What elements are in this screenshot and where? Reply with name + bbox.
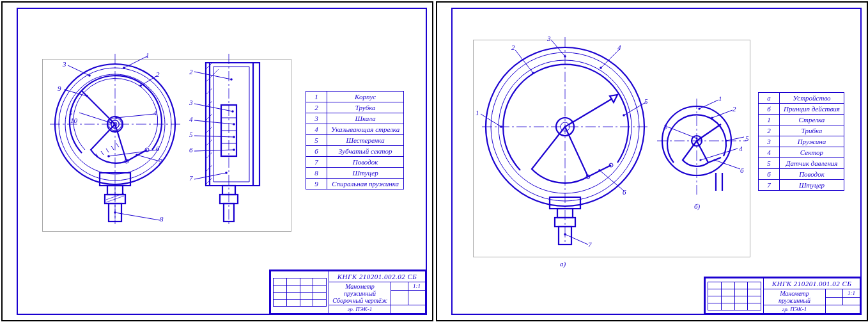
callout-b: 3 [663,123,667,131]
fig-label-b: б) [694,202,700,210]
part-name: Корпус [327,92,404,102]
svg-point-25 [88,74,91,77]
svg-line-101 [697,124,721,141]
svg-point-110 [699,159,701,161]
callout-b: 5 [745,134,749,142]
callout-side: 2 [189,68,193,76]
svg-point-106 [711,117,713,118]
svg-line-103 [699,100,718,109]
svg-line-107 [667,127,697,138]
callout-side: 5 [189,131,193,138]
svg-line-32 [137,155,160,161]
view-a [476,37,655,268]
callout-b: 1 [718,95,722,102]
callout-8: 8 [160,215,164,223]
svg-point-96 [564,233,566,236]
svg-line-20 [124,56,147,68]
svg-point-94 [598,169,601,172]
svg-point-88 [564,55,566,58]
callout: 4 [153,109,157,117]
tb-title1: Манометр пружинный [779,290,810,304]
parts-list: аУстройство бПринцип действия 1Стрелка 2… [758,92,844,191]
svg-point-63 [233,136,235,138]
svg-line-93 [600,170,624,191]
svg-point-29 [115,117,118,119]
svg-line-95 [565,234,588,245]
svg-point-114 [713,159,715,161]
svg-line-56 [194,72,231,79]
callout-b: 6 [740,166,744,174]
parts-list: 1Корпус 2Трубка 3Шкала 4Указывающая стре… [306,91,404,189]
sheet-1: 1 2 3 4 5 6 7 9 10 8 2 3 4 5 6 7 1Корпус… [1,1,433,321]
tb-scale: 1:1 [843,289,860,298]
callout: 1 [146,51,150,59]
svg-point-61 [233,123,235,125]
svg-line-75 [565,99,612,127]
svg-point-84 [500,125,502,128]
callout: 4 [617,44,621,51]
svg-line-36 [79,113,111,123]
svg-point-57 [230,78,233,81]
callout: 2 [156,70,160,78]
part-num: 1 [306,92,327,102]
tb-code: КНГК 210201.001.02 СБ [764,278,860,289]
svg-line-60 [194,120,234,124]
tb-title2: Сборочный чертёж [332,297,387,304]
svg-line-24 [68,65,89,76]
svg-point-90 [600,67,602,69]
callout-side: 6 [189,146,193,154]
svg-marker-76 [610,95,617,102]
callout-side: 3 [189,99,193,106]
svg-point-104 [698,108,700,109]
side-view [190,54,280,246]
callout-b: 2 [732,105,736,113]
svg-point-112 [725,140,727,141]
svg-point-27 [86,95,88,97]
svg-point-86 [532,72,534,74]
title-block: КНГК 210201.001.02 СБ Манометр пружинный… [704,277,860,314]
front-view [45,54,185,246]
callout: 7 [159,157,162,165]
callout-side: 4 [189,115,193,123]
callout: 2 [511,44,515,51]
svg-point-92 [623,114,625,117]
svg-point-35 [114,211,116,214]
drawing-frame: 1 2 3 4 5 6 7 9 10 8 2 3 4 5 6 7 1Корпус… [17,8,427,315]
svg-line-30 [109,150,157,156]
svg-line-111 [726,137,744,141]
callout: 1 [476,109,479,117]
svg-point-33 [136,154,138,156]
callout: 3 [63,60,66,68]
callout: 3 [547,35,551,42]
svg-point-37 [110,122,112,124]
svg-line-62 [194,136,234,137]
callout-b: 4 [739,145,743,152]
callout-side: 7 [189,174,193,182]
svg-point-108 [695,137,697,139]
callout: 5 [69,109,73,117]
callout: 5 [644,97,648,105]
svg-point-23 [139,85,142,87]
svg-line-64 [194,150,234,151]
svg-point-67 [225,172,228,174]
tb-code: КНГК 210201.002.02 СБ [329,271,426,282]
callout: 10 [70,117,77,124]
svg-point-59 [231,110,234,113]
tb-group: гр. ПЭК-1 [764,305,826,314]
tb-scale: 1:1 [408,282,426,291]
drawing-frame: 1 2 3 4 5 6 7 1 2 3 4 5 6 а) б) аУстройс… [451,8,862,315]
svg-point-31 [107,155,110,157]
callout: 6 [623,188,626,196]
svg-point-65 [233,149,235,151]
sheet-2: 1 2 3 4 5 6 7 1 2 3 4 5 6 а) б) аУстройс… [436,1,868,321]
callout: 9 [58,85,61,92]
callout: 6 [156,145,160,152]
callout: 7 [588,241,592,248]
title-block: КНГК 210201.002.02 СБ Манометр пружинный… [269,270,426,314]
tb-group: гр. ПЭК-1 [329,305,391,314]
view-b [655,99,750,214]
svg-point-21 [123,67,125,69]
fig-label-a: а) [560,260,566,268]
svg-line-28 [116,114,155,118]
tb-title1: Манометр пружинный [344,283,376,297]
